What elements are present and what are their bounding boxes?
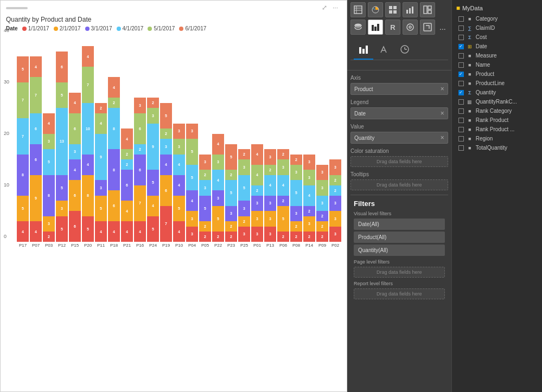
legend-pill[interactable]: Date ×: [350, 107, 448, 119]
chart-type-btn[interactable]: [403, 2, 418, 17]
tooltips-drop[interactable]: Drag data fields here: [350, 179, 448, 190]
data-field-item-8[interactable]: ✓ΣQuantity: [452, 88, 542, 97]
bar-group-P18[interactable]: 468824: [108, 77, 120, 242]
bar-group-P14[interactable]: 232433: [303, 155, 315, 242]
value-remove[interactable]: ×: [441, 134, 444, 142]
data-field-item-7[interactable]: ■ProductLine: [452, 79, 542, 88]
more-icon[interactable]: ···: [333, 4, 341, 12]
bar-group-P20[interactable]: 5841074: [82, 46, 94, 242]
data-field-item-4[interactable]: ■Measure: [452, 51, 542, 60]
page-filter-drop[interactable]: Drag data fields here: [354, 267, 445, 278]
drag-handle[interactable]: [6, 7, 28, 9]
data-field-item-9[interactable]: ▦QuantityRankC...: [452, 97, 542, 106]
field-checkbox-5[interactable]: [458, 62, 464, 68]
viz-tab-analytics[interactable]: [395, 40, 415, 60]
expand-btn[interactable]: [420, 20, 435, 35]
data-field-item-11[interactable]: ■Rank Product: [452, 115, 542, 125]
field-checkbox-0[interactable]: [458, 16, 464, 22]
report-filter-drop[interactable]: Drag data fields here: [354, 288, 445, 299]
field-checkbox-1[interactable]: [458, 25, 464, 31]
pie-btn[interactable]: [368, 2, 383, 17]
bar-group-P06[interactable]: 252432: [277, 149, 289, 242]
bar-group-P07[interactable]: 496674: [30, 56, 42, 242]
bar-group-P02[interactable]: 333223: [329, 159, 341, 242]
bar-segment-P02-1: 3: [329, 211, 341, 227]
grid-btn[interactable]: [385, 2, 400, 17]
y-tick-0: 0: [4, 234, 7, 239]
R-btn[interactable]: R: [385, 20, 400, 35]
bar-group-P16[interactable]: 476263: [134, 98, 146, 242]
field-checkbox-10[interactable]: [458, 108, 464, 114]
axis-remove[interactable]: ×: [441, 85, 444, 93]
bar-group-P25[interactable]: 323532: [238, 149, 250, 242]
viz-tab-format[interactable]: [374, 40, 394, 60]
data-panel: ■ MyData ■Category∑ClaimIDΣCost✓⊞Date■Me…: [451, 0, 542, 392]
bar-segment-P08-3: 5: [290, 180, 302, 206]
data-field-item-3[interactable]: ✓⊞Date: [452, 42, 542, 51]
field-checkbox-8[interactable]: ✓: [458, 90, 464, 95]
data-tree-title: MyData: [462, 5, 483, 11]
bar-group-P04[interactable]: 334553: [186, 124, 198, 242]
data-btn[interactable]: [350, 20, 366, 35]
field-checkbox-12[interactable]: [458, 127, 464, 132]
field-checkbox-14[interactable]: [458, 145, 464, 151]
table-btn[interactable]: [350, 2, 366, 17]
field-checkbox-6[interactable]: ✓: [458, 72, 464, 77]
data-field-item-0[interactable]: ■Category: [452, 14, 542, 23]
bar-segment-P25-2: 3: [238, 201, 250, 216]
viz-tab-chart[interactable]: [354, 40, 373, 60]
bar-group-P08[interactable]: 223532: [290, 155, 302, 242]
more-dots[interactable]: ...: [437, 23, 448, 31]
bar-group-P11[interactable]: 453942: [95, 103, 107, 242]
svg-rect-0: [354, 6, 362, 14]
bar-group-P22[interactable]: 253434: [212, 134, 224, 242]
bar-group-P03[interactable]: 238534: [43, 113, 55, 242]
data-field-item-6[interactable]: ✓■Product: [452, 69, 542, 79]
axis-pill[interactable]: Product ×: [350, 83, 448, 95]
bar-segment-P03-2: 8: [43, 175, 55, 216]
color-saturation-drop[interactable]: Drag data fields here: [350, 156, 448, 167]
bar-group-P19[interactable]: 764325: [160, 103, 172, 242]
bar-group-P17[interactable]: 458775: [17, 56, 29, 242]
data-field-item-10[interactable]: ■Rank Category: [452, 106, 542, 115]
field-type-icon-0: ■: [466, 16, 474, 22]
bar-group-P12[interactable]: 5351356: [56, 52, 68, 242]
field-checkbox-13[interactable]: [458, 136, 464, 142]
bar-group-P09[interactable]: 222333: [316, 165, 328, 242]
bar-group-P05[interactable]: 225323: [199, 155, 211, 242]
field-checkbox-9[interactable]: [458, 99, 464, 105]
bar-group-P10[interactable]: 454433: [173, 124, 185, 242]
expand-icon[interactable]: ⤢: [322, 4, 330, 12]
bar-segment-P13-1: 3: [264, 211, 276, 227]
bar-group-P13[interactable]: 333423: [264, 149, 276, 242]
layout-btn[interactable]: [420, 2, 435, 17]
bar-segment-P21-3: 2: [121, 159, 133, 170]
data-field-item-2[interactable]: ΣCost: [452, 33, 542, 42]
data-field-item-14[interactable]: ■TotalQuantity: [452, 143, 542, 152]
field-checkbox-11[interactable]: [458, 118, 464, 123]
bar-group-P24[interactable]: 545932: [147, 98, 159, 242]
date-filter-btn[interactable]: Date(All): [354, 219, 445, 230]
data-field-item-1[interactable]: ∑ClaimID: [452, 23, 542, 33]
bar-group-P21[interactable]: 446224: [121, 128, 133, 242]
bar-group-P15[interactable]: 664364: [69, 93, 81, 242]
value-pill[interactable]: Quantity ×: [350, 132, 448, 144]
quantity-filter-btn[interactable]: Quantity(All): [354, 245, 445, 256]
bar-segment-P11-1: 5: [95, 196, 107, 222]
product-filter-btn[interactable]: Product(All): [354, 232, 445, 243]
bar-segment-P10-4: 3: [173, 139, 185, 155]
bar-group-P23[interactable]: 223525: [225, 144, 237, 242]
data-field-item-13[interactable]: ■Region: [452, 134, 542, 143]
field-checkbox-3[interactable]: ✓: [458, 44, 464, 49]
field-checkbox-7[interactable]: [458, 81, 464, 86]
data-field-item-12[interactable]: ■Rank Product ...: [452, 125, 542, 134]
legend-remove[interactable]: ×: [441, 110, 444, 117]
x-label-P08: P08: [290, 243, 302, 248]
field-checkbox-2[interactable]: [458, 35, 464, 40]
bar-segment-P14-3: 4: [303, 185, 315, 206]
field-checkbox-4[interactable]: [458, 53, 464, 59]
data-field-item-5[interactable]: ■Name: [452, 60, 542, 69]
bar-chart-btn[interactable]: [368, 20, 383, 35]
python-btn[interactable]: [403, 20, 418, 35]
bar-group-P01[interactable]: 333244: [251, 144, 263, 242]
